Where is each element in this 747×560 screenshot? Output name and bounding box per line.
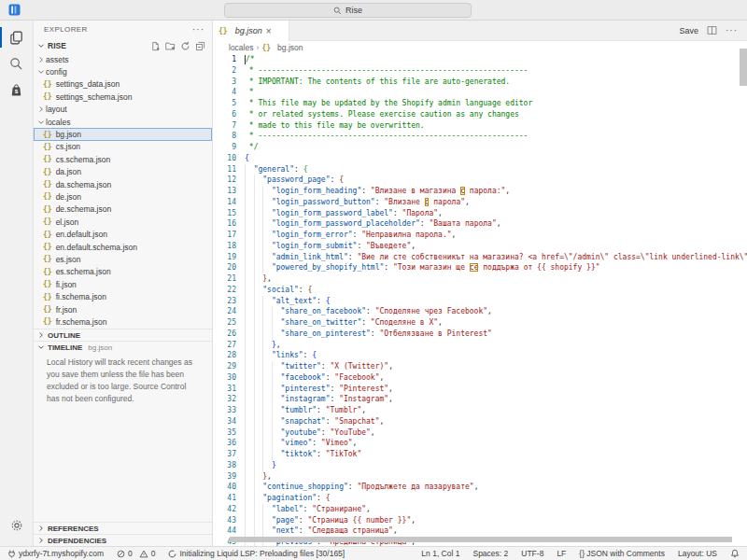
code-line[interactable]: 43"page": "Страница {{ number }}", <box>213 515 747 526</box>
close-tab-icon[interactable]: × <box>266 26 272 36</box>
tree-item-config[interactable]: config <box>34 65 212 77</box>
eol-setting[interactable]: LF <box>557 549 566 558</box>
refresh-icon[interactable] <box>178 39 191 52</box>
tree-item-es-json[interactable]: {}es.json <box>34 253 212 265</box>
command-center-search[interactable]: Rise <box>224 3 472 18</box>
code-line[interactable]: 36"vimeo": "Vimeo", <box>213 438 747 449</box>
vertical-scrollbar[interactable] <box>740 49 747 86</box>
code-line[interactable]: 22"social": { <box>213 285 747 296</box>
code-line[interactable]: 21}, <box>213 273 747 285</box>
encoding-setting[interactable]: UTF-8 <box>521 549 543 558</box>
horizontal-scrollbar[interactable] <box>230 537 732 542</box>
code-line[interactable]: 4 * <box>213 87 747 98</box>
tree-item-de-json[interactable]: {}de.json <box>34 190 212 203</box>
tree-item-el-json[interactable]: {}el.json <box>34 216 212 228</box>
collapse-folders-icon[interactable] <box>193 39 206 52</box>
new-folder-icon[interactable] <box>163 39 176 52</box>
shopify-view-icon[interactable]: S <box>0 77 34 103</box>
remote-store-indicator[interactable]: ydxrfy-7t.myshopify.com <box>7 549 104 558</box>
tree-item-layout[interactable]: layout <box>34 104 212 116</box>
code-line[interactable]: 14"login_password_button": "Влизане с па… <box>213 197 747 208</box>
dependencies-section-header[interactable]: DEPENDENCIES <box>34 534 212 546</box>
tree-item-fr-schema-json[interactable]: {}fr.schema.json <box>34 315 212 328</box>
code-line[interactable]: 39}, <box>213 471 747 483</box>
tree-item-es-schema-json[interactable]: {}es.schema.json <box>34 266 212 278</box>
code-line[interactable]: 24"share_on_facebook": "Споделяне чрез F… <box>213 306 747 317</box>
tree-item-bg-json[interactable]: {}bg.json <box>34 128 212 140</box>
code-line[interactable]: 28"links": { <box>213 350 747 361</box>
tree-item-en-default-json[interactable]: {}en.default.json <box>34 228 212 240</box>
references-section-header[interactable]: REFERENCES <box>34 522 212 534</box>
workspace-section-header[interactable]: RISE <box>34 38 212 53</box>
lsp-status-message[interactable]: Initializing Liquid LSP: Preloading file… <box>168 549 345 558</box>
code-line[interactable]: 17"login_form_error": "Неправилна парола… <box>213 230 747 241</box>
code-line[interactable]: 29"twitter": "X (Twitter)", <box>213 361 747 372</box>
code-line[interactable]: 3 * IMPORTANT: The contents of this file… <box>213 77 747 88</box>
explorer-more-actions-icon[interactable]: ··· <box>192 24 204 35</box>
code-line[interactable]: 34"snapchat": "Snapchat", <box>213 416 747 427</box>
code-line[interactable]: 10{ <box>213 153 747 164</box>
keyboard-layout[interactable]: Layout: US <box>678 549 717 558</box>
code-line[interactable]: 42"label": "Страниране", <box>213 504 747 515</box>
tree-item-fi-json[interactable]: {}fi.json <box>34 278 212 290</box>
tree-item-settings_data-json[interactable]: {}settings_data.json <box>34 78 212 91</box>
code-line[interactable]: 15"login_form_password_label": "Парола", <box>213 208 747 219</box>
editor-more-actions-icon[interactable]: ··· <box>726 25 738 35</box>
save-button[interactable]: Save <box>679 26 698 35</box>
tree-item-da-json[interactable]: {}da.json <box>34 166 212 178</box>
code-line[interactable]: 38} <box>213 460 747 471</box>
code-line[interactable]: 6 * or related systems. Please exercise … <box>213 109 747 120</box>
code-line[interactable]: 20"powered_by_shopify_html": "Този магаз… <box>213 262 747 273</box>
code-line[interactable]: 32"instagram": "Instagram", <box>213 394 747 405</box>
code-line[interactable]: 5 * This file may be updated by the Shop… <box>213 98 747 109</box>
indentation-setting[interactable]: Spaces: 2 <box>472 549 508 558</box>
code-line[interactable]: 7 * made to this file may be overwritten… <box>213 120 747 132</box>
code-editor[interactable]: 1/*2 * ---------------------------------… <box>213 54 747 546</box>
tree-item-locales[interactable]: locales <box>34 116 212 128</box>
code-line[interactable]: 18"login_form_submit": "Въведете", <box>213 241 747 252</box>
code-line[interactable]: 13"login_form_heading": "Влизане в магаз… <box>213 186 747 197</box>
code-line[interactable]: 1/* <box>213 54 747 65</box>
code-line[interactable]: 31"pinterest": "Pinterest", <box>213 384 747 395</box>
tree-item-cs-schema-json[interactable]: {}cs.schema.json <box>34 153 212 165</box>
tree-item-de-schema-json[interactable]: {}de.schema.json <box>34 203 212 216</box>
tab-bg-json[interactable]: {} bg.json × <box>213 21 289 41</box>
tree-item-fr-json[interactable]: {}fr.json <box>34 303 212 315</box>
code-line[interactable]: 35"youtube": "YouTube", <box>213 427 747 439</box>
outline-section-header[interactable]: OUTLINE <box>34 329 212 341</box>
code-line[interactable]: 27}, <box>213 340 747 351</box>
new-file-icon[interactable] <box>148 39 162 52</box>
split-editor-icon[interactable] <box>707 25 717 35</box>
tree-item-da-schema-json[interactable]: {}da.schema.json <box>34 178 212 190</box>
notifications-bell-icon[interactable] <box>730 549 740 558</box>
code-line[interactable]: 37"tiktok": "TikTok" <box>213 449 747 460</box>
code-line[interactable]: 12"password_page": { <box>213 175 747 186</box>
timeline-section-header[interactable]: TIMELINE bg.json <box>34 341 212 353</box>
breadcrumb-file[interactable]: bg.json <box>277 43 303 52</box>
code-line[interactable]: 41"pagination": { <box>213 493 747 504</box>
code-line[interactable]: 11"general": { <box>213 164 747 175</box>
code-line[interactable]: 2 * ------------------------------------… <box>213 65 747 77</box>
code-line[interactable]: 40"continue_shopping": "Продължете да па… <box>213 482 747 493</box>
code-line[interactable]: 16"login_form_password_placeholder": "Ва… <box>213 218 747 230</box>
code-line[interactable]: 9 */ <box>213 142 747 153</box>
settings-gear-icon[interactable] <box>0 512 34 539</box>
explorer-view-icon[interactable] <box>0 24 34 50</box>
tree-item-cs-json[interactable]: {}cs.json <box>34 141 212 153</box>
code-line[interactable]: 30"facebook": "Facebook", <box>213 372 747 384</box>
code-line[interactable]: 25"share_on_twitter": "Споделяне в X", <box>213 317 747 329</box>
tree-item-en-default-schema-json[interactable]: {}en.default.schema.json <box>34 241 212 253</box>
problems-indicator[interactable]: 0 0 <box>117 549 155 558</box>
code-line[interactable]: 44"next": "Следваща страница", <box>213 525 747 537</box>
code-line[interactable]: 26"share_on_pinterest": "Отбелязване в P… <box>213 329 747 340</box>
cursor-position[interactable]: Ln 1, Col 1 <box>421 549 459 558</box>
tree-item-assets[interactable]: assets <box>34 53 212 65</box>
search-view-icon[interactable] <box>0 50 34 77</box>
breadcrumb-folder[interactable]: locales <box>229 43 253 52</box>
language-mode[interactable]: {} JSON with Comments <box>579 549 665 558</box>
code-line[interactable]: 33"tumblr": "Tumblr", <box>213 405 747 416</box>
code-line[interactable]: 19"admin_link_html": "Вие ли сте собстве… <box>213 252 747 263</box>
code-line[interactable]: 23"alt_text": { <box>213 296 747 307</box>
code-line[interactable]: 8 * ------------------------------------… <box>213 131 747 142</box>
tree-item-fi-schema-json[interactable]: {}fi.schema.json <box>34 290 212 302</box>
